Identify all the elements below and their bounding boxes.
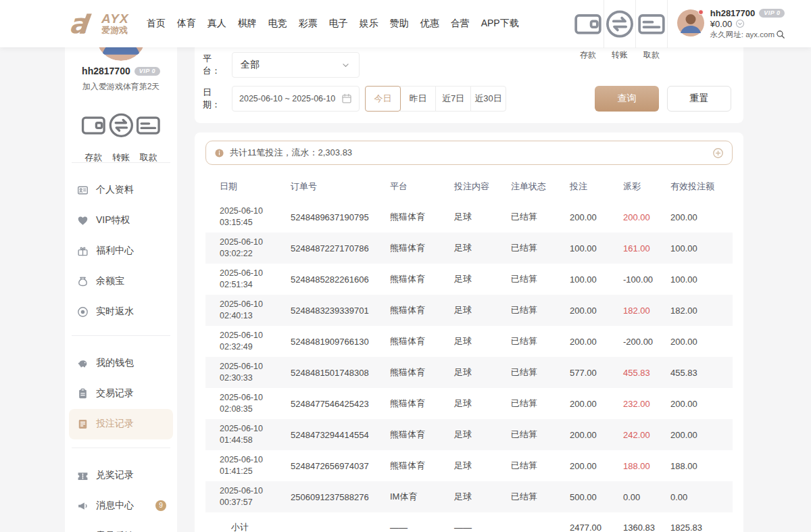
column-header: 日期 (220, 180, 291, 193)
sidebar-menu-item[interactable]: 交易记录 (69, 379, 173, 409)
sidebar-menu-item[interactable]: 我的钱包 (69, 348, 173, 379)
summary-text: 共计11笔投注，流水：2,303.83 (230, 147, 712, 159)
cell-bet-amount: 200.00 (570, 399, 623, 409)
nav-item[interactable]: 彩票 (299, 18, 318, 30)
header-wallet-action[interactable]: 取款 (636, 0, 668, 48)
table-body: 2025-06-10 03:15:45 5248489637190795 熊猫体… (205, 201, 733, 512)
date-range-button[interactable]: 今日 (365, 86, 401, 112)
cell-payout: 242.00 (623, 430, 670, 440)
cell-date: 2025-06-10 02:32:49 (220, 330, 291, 353)
header-wallet-action[interactable]: 转账 (604, 0, 636, 48)
nav-item[interactable]: 合营 (451, 18, 470, 30)
cell-bet-amount: 200.00 (570, 337, 623, 347)
sidebar-username: hh2817700 (82, 66, 130, 76)
cell-order-number: 2506091237588276 (291, 492, 390, 502)
nav-item[interactable]: APP下载 (481, 18, 519, 30)
page: a AYX 爱游戏 首页体育真人棋牌电竞彩票电子娱乐赞助优惠合营APP下载 存款 (0, 0, 811, 532)
search-button[interactable]: 查询 (595, 86, 659, 112)
cell-status: 已结算 (511, 211, 570, 223)
date-range-input[interactable]: 2025-06-10 ~ 2025-06-10 (232, 86, 360, 112)
sidebar-quick-action[interactable]: 存款 (80, 103, 107, 147)
cell-date: 2025-06-10 02:51:34 (220, 268, 291, 291)
cell-payout: 182.00 (623, 306, 670, 316)
table-row: 2025-06-10 02:08:35 5248477546425423 熊猫体… (205, 388, 733, 419)
platform-select[interactable]: 全部 (232, 52, 360, 78)
nav-item[interactable]: 娱乐 (360, 18, 378, 30)
nav-item[interactable]: 体育 (177, 18, 196, 30)
sidebar-menu-item[interactable]: 意见反馈 (69, 521, 173, 532)
cell-bet-amount: 100.00 (570, 243, 623, 253)
sidebar-menu-item[interactable]: 个人资料 (69, 175, 173, 205)
cell-payout: 455.83 (623, 368, 670, 378)
cell-bet-content: 足球 (454, 460, 511, 472)
column-header: 平台 (390, 180, 454, 193)
cell-bet-amount: 500.00 (570, 492, 623, 502)
nav-item[interactable]: 电竞 (268, 18, 287, 30)
platform-select-value: 全部 (241, 59, 341, 71)
date-range-button[interactable]: 昨日 (400, 86, 436, 112)
search-icon[interactable] (776, 30, 785, 39)
cell-valid-amount: 100.00 (670, 274, 733, 285)
sidebar-menu-item[interactable]: 实时返水 (69, 297, 173, 327)
subtotal-content: —— (454, 523, 511, 532)
column-header: 有效投注额 (670, 180, 733, 193)
top-header: a AYX 爱游戏 首页体育真人棋牌电竞彩票电子娱乐赞助优惠合营APP下载 存款 (0, 0, 811, 47)
cell-status: 已结算 (511, 397, 570, 410)
sidebar-quick-action[interactable]: 转账 (107, 103, 135, 147)
sidebar-quick-action[interactable]: 取款 (134, 103, 162, 147)
cell-valid-amount: 182.00 (670, 306, 733, 316)
sidebar-menu-item[interactable]: 投注记录 (69, 409, 173, 439)
sidebar-menu-item[interactable]: 消息中心 9 (69, 491, 173, 521)
ledger-icon (77, 418, 89, 430)
subtotal-valid: 1825.83 (670, 523, 733, 532)
nav-item[interactable]: 首页 (147, 18, 166, 30)
sidebar-menu-item[interactable]: 福利中心 (69, 236, 173, 266)
id-card-icon (77, 185, 89, 196)
date-quick-ranges: 今日昨日近7日近30日 (365, 86, 506, 112)
main-nav: 首页体育真人棋牌电竞彩票电子娱乐赞助优惠合营APP下载 (147, 18, 519, 30)
cell-valid-amount: 188.00 (670, 461, 733, 471)
cell-platform: 熊猫体育 (390, 460, 454, 472)
nav-item[interactable]: 优惠 (420, 18, 439, 30)
bankcard-icon (636, 1, 667, 47)
cell-payout: -100.00 (623, 274, 670, 285)
table-row: 2025-06-10 03:15:45 5248489637190795 熊猫体… (205, 201, 733, 233)
sidebar-menu-item[interactable]: 兑奖记录 (69, 460, 173, 491)
cell-bet-amount: 200.00 (570, 461, 623, 471)
sidebar-quick-actions: 存款 转账 取款 (65, 93, 177, 154)
balance-refresh-icon[interactable] (735, 19, 745, 28)
date-range-value: 2025-06-10 ~ 2025-06-10 (239, 94, 341, 103)
nav-item[interactable]: 真人 (207, 18, 226, 30)
cell-bet-content: 足球 (454, 335, 511, 347)
subtotal-row: 小计 —— —— 2477.00 1360.83 1825.83 (205, 512, 733, 532)
cell-valid-amount: 200.00 (670, 399, 733, 409)
date-range-button[interactable]: 近30日 (470, 86, 506, 112)
cell-order-number: 5248477546425423 (291, 399, 390, 409)
date-range-button[interactable]: 近7日 (435, 86, 471, 112)
sidebar-vip-badge: VIP 0 (134, 67, 160, 76)
user-avatar[interactable] (677, 9, 704, 37)
column-header: 投注 (570, 180, 623, 193)
nav-item[interactable]: 棋牌 (238, 18, 257, 30)
cell-payout: 188.00 (623, 461, 670, 471)
cell-payout: 161.00 (623, 243, 670, 253)
sidebar-menu-item[interactable]: 余额宝 (69, 266, 173, 297)
cell-bet-amount: 200.00 (570, 212, 623, 222)
header-wallet-action[interactable]: 存款 (572, 0, 604, 48)
sidebar-menu-group-1: 个人资料 VIP特权 福利中心 余额宝 (65, 171, 177, 327)
cell-order-number: 5248489637190795 (291, 212, 390, 222)
nav-item[interactable]: 电子 (329, 18, 348, 30)
cell-status: 已结算 (511, 304, 570, 316)
cell-order-number: 5248485282261606 (291, 274, 390, 285)
cell-platform: 熊猫体育 (390, 397, 454, 410)
expand-icon[interactable] (712, 147, 724, 159)
nav-item[interactable]: 赞助 (390, 18, 409, 30)
cell-payout: 232.00 (623, 399, 670, 409)
ticket-icon (77, 470, 89, 481)
reset-button[interactable]: 重置 (667, 86, 731, 112)
transfer-icon (107, 103, 135, 147)
cell-valid-amount: 455.83 (670, 368, 733, 378)
sidebar-menu-item[interactable]: VIP特权 (69, 205, 173, 236)
table-row: 2025-06-10 02:51:34 5248485282261606 熊猫体… (205, 264, 733, 295)
site-logo[interactable]: a AYX 爱游戏 (68, 9, 129, 39)
